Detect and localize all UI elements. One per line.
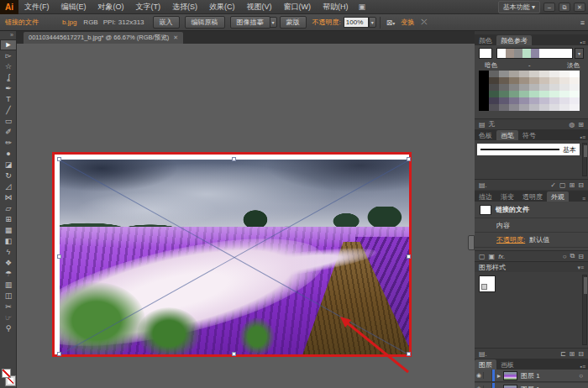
selection-tool[interactable]: ► bbox=[0, 39, 17, 50]
target-circle-icon[interactable]: ○ bbox=[579, 385, 583, 388]
duplicate-item-icon[interactable]: ⧉ bbox=[570, 252, 575, 260]
pen-tool[interactable]: ✒ bbox=[0, 83, 17, 94]
brush-libraries-icon[interactable]: ▤. bbox=[479, 181, 487, 189]
color-variation-swatch[interactable] bbox=[519, 97, 529, 104]
document-tab[interactable]: 0011034445617271_b.jpg* @ 66.67% (RGB/预览… bbox=[24, 32, 183, 44]
restore-button[interactable]: ⧉ bbox=[559, 3, 570, 12]
placed-image[interactable] bbox=[60, 160, 409, 354]
new-fill-icon[interactable]: ▣ bbox=[489, 253, 496, 260]
selection-handle[interactable] bbox=[232, 157, 236, 161]
free-transform-tool[interactable]: ▱ bbox=[0, 203, 17, 214]
new-style-icon[interactable]: ⊞ bbox=[570, 350, 575, 358]
color-variation-swatch[interactable] bbox=[529, 71, 539, 77]
toolbar-collapse-icon[interactable]: » bbox=[0, 31, 16, 39]
color-variation-swatch[interactable] bbox=[479, 77, 489, 84]
color-variation-swatch[interactable] bbox=[539, 77, 549, 84]
linked-filename[interactable]: b.jpg bbox=[39, 18, 76, 26]
delete-style-icon[interactable]: ⊟ bbox=[578, 350, 584, 358]
tab-appearance[interactable]: 外观 bbox=[547, 191, 569, 202]
color-variation-swatch[interactable] bbox=[549, 77, 559, 84]
tab-gradient[interactable]: 渐变 bbox=[496, 191, 518, 202]
brush-item-basic[interactable]: 基本 bbox=[477, 144, 580, 155]
harmony-strip[interactable] bbox=[496, 48, 573, 59]
color-variation-swatch[interactable] bbox=[519, 104, 529, 111]
tab-color[interactable]: 颜色 bbox=[475, 35, 496, 45]
color-variations-grid[interactable] bbox=[479, 71, 580, 111]
hand-tool[interactable]: ☞ bbox=[0, 312, 17, 323]
opacity-link[interactable]: 不透明度: bbox=[309, 18, 341, 27]
color-variation-swatch[interactable] bbox=[529, 91, 539, 97]
color-variation-swatch[interactable] bbox=[549, 84, 559, 91]
lock-toggle[interactable] bbox=[484, 383, 492, 388]
color-variation-swatch[interactable] bbox=[479, 97, 489, 104]
arrange-documents-icon[interactable]: ▣ bbox=[354, 3, 370, 11]
color-variation-swatch[interactable] bbox=[529, 97, 539, 104]
workspace-switcher[interactable]: 基本功能 ▾ bbox=[498, 1, 540, 13]
color-variation-swatch[interactable] bbox=[570, 91, 580, 97]
selection-type-link[interactable]: 链接的文件 bbox=[0, 18, 39, 27]
target-circle-icon[interactable]: ○ bbox=[579, 372, 583, 380]
tab-transparency[interactable]: 透明度 bbox=[518, 191, 547, 202]
selection-handle[interactable] bbox=[57, 157, 61, 161]
color-variation-swatch[interactable] bbox=[559, 84, 570, 91]
color-variation-swatch[interactable] bbox=[489, 91, 499, 97]
color-variation-swatch[interactable] bbox=[479, 104, 489, 111]
tab-stroke[interactable]: 描边 bbox=[475, 191, 496, 202]
layer-name[interactable]: 图层 1 bbox=[521, 371, 540, 380]
color-variation-swatch[interactable] bbox=[489, 97, 499, 104]
edit-colors-icon[interactable]: ◍ bbox=[569, 121, 575, 128]
direct-selection-tool[interactable]: ▻ bbox=[0, 50, 17, 61]
harmony-color-2[interactable] bbox=[514, 49, 522, 58]
color-variation-swatch[interactable] bbox=[549, 91, 559, 97]
new-stroke-icon[interactable]: ▢ bbox=[479, 253, 486, 260]
color-variation-swatch[interactable] bbox=[479, 84, 489, 91]
mask-button[interactable]: 蒙版 bbox=[280, 16, 307, 29]
panel-menu-icon[interactable]: ▪≡ bbox=[580, 134, 588, 140]
artboard-tool[interactable]: ◫ bbox=[0, 291, 17, 301]
color-variation-swatch[interactable] bbox=[519, 71, 529, 77]
gradient-tool[interactable]: ◧ bbox=[0, 236, 17, 247]
panel-menu-icon[interactable]: ≡ bbox=[582, 196, 588, 202]
eyedropper-tool[interactable]: ϟ bbox=[0, 247, 17, 258]
color-variation-swatch[interactable] bbox=[499, 91, 509, 97]
menu-item-6[interactable]: 视图(V) bbox=[241, 0, 278, 14]
remove-brush-icon[interactable]: ✓ bbox=[550, 181, 556, 189]
eraser-tool[interactable]: ◪ bbox=[0, 160, 17, 170]
close-button[interactable]: ✕ bbox=[574, 3, 585, 12]
color-variation-swatch[interactable] bbox=[509, 77, 519, 84]
harmony-color-1[interactable] bbox=[506, 49, 514, 58]
line-segment-tool[interactable]: ╱ bbox=[0, 105, 17, 116]
lasso-tool[interactable]: ʆ bbox=[0, 72, 17, 83]
limit-colors-icon[interactable]: ▤ bbox=[479, 121, 486, 128]
color-variation-swatch[interactable] bbox=[529, 104, 539, 111]
menu-item-5[interactable]: 效果(C) bbox=[203, 0, 241, 14]
color-variation-swatch[interactable] bbox=[549, 97, 559, 104]
color-variation-swatch[interactable] bbox=[509, 97, 519, 104]
align-icon[interactable]: ⤫ bbox=[414, 18, 429, 27]
color-variation-swatch[interactable] bbox=[559, 91, 570, 97]
graphic-style-item[interactable] bbox=[479, 275, 496, 292]
menu-item-0[interactable]: 文件(F) bbox=[18, 0, 55, 14]
color-variation-swatch[interactable] bbox=[539, 97, 549, 104]
options-icon[interactable]: ▢ bbox=[559, 181, 566, 189]
minimize-button[interactable]: – bbox=[543, 3, 555, 12]
color-variation-swatch[interactable] bbox=[539, 104, 549, 111]
color-variation-swatch[interactable] bbox=[549, 104, 559, 111]
selection-handle[interactable] bbox=[407, 254, 411, 259]
color-variation-swatch[interactable] bbox=[479, 71, 489, 77]
expand-arrow-icon[interactable]: ► bbox=[495, 373, 503, 379]
menu-item-3[interactable]: 文字(T) bbox=[130, 0, 167, 14]
controlbar-overflow-icon[interactable]: ≡ bbox=[578, 18, 588, 27]
delete-brush-icon[interactable]: ⊟ bbox=[578, 181, 584, 189]
blob-brush-tool[interactable]: ● bbox=[0, 149, 17, 160]
color-variation-swatch[interactable] bbox=[539, 84, 549, 91]
tab-brushes[interactable]: 画笔 bbox=[496, 130, 518, 140]
fill-swatch[interactable] bbox=[2, 369, 11, 378]
menu-item-7[interactable]: 窗口(W) bbox=[278, 0, 318, 14]
appearance-row-linked-file[interactable]: 链接的文件 bbox=[475, 202, 588, 218]
color-variation-swatch[interactable] bbox=[499, 71, 509, 77]
image-trace-button[interactable]: 图像描摹 bbox=[230, 16, 270, 29]
style-icon[interactable]: ⊠▾ bbox=[384, 18, 398, 27]
transform-link[interactable]: 变换 bbox=[397, 18, 414, 27]
scrollbar[interactable] bbox=[582, 275, 587, 345]
